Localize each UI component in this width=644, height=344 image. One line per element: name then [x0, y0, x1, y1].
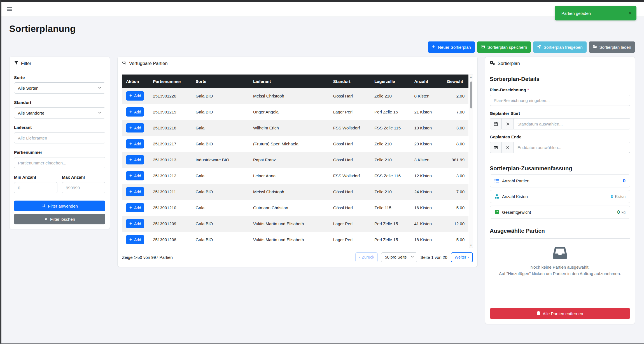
col-sorte: Sorte — [192, 75, 249, 88]
hamburger-icon[interactable] — [7, 7, 12, 11]
details-heading: Sortierplan-Details — [490, 76, 630, 82]
add-partie-button[interactable]: Add — [126, 219, 144, 228]
search-icon — [41, 203, 46, 208]
add-partie-button[interactable]: Add — [126, 187, 144, 196]
cell-lagerzelle: FSS Zelle 116 — [370, 168, 410, 184]
page-size-select[interactable]: 50 pro Seite — [381, 252, 417, 262]
cell-sorte: Gala BIO — [192, 88, 249, 104]
cell-lagerzelle: FSS Zelle 115 — [370, 120, 410, 136]
cell-sorte: Gala BIO — [192, 104, 249, 120]
calendar-icon[interactable] — [490, 118, 502, 129]
cell-lagerzelle: Perl Zelle 15 — [370, 216, 410, 232]
col-anzahl: Anzahl — [410, 75, 443, 88]
summary-heading: Sortierplan-Zusammenfassung — [490, 165, 630, 172]
selected-heading: Ausgewählte Partien — [490, 228, 630, 234]
search-icon — [122, 61, 127, 66]
add-partie-button[interactable]: Add — [126, 235, 144, 244]
weight-icon — [494, 210, 499, 215]
sorte-select[interactable]: Alle Sorten — [14, 82, 105, 94]
add-partie-button[interactable]: Add — [126, 171, 144, 180]
scroll-down-icon[interactable]: ▼ — [470, 244, 472, 247]
partienummer-input[interactable] — [18, 161, 101, 165]
sortierplan-speichern-button[interactable]: Sortierplan speichern — [477, 41, 531, 53]
filter-loeschen-button[interactable]: Filter löschen — [14, 214, 105, 224]
sortierplan-freigeben-button[interactable]: Sortierplan freigeben — [533, 41, 586, 53]
cell-anzahl: 12 Kisten — [410, 168, 443, 184]
required-asterisk: * — [527, 87, 529, 92]
sortierplan-panel: Sortierplan Sortierplan-Details Plan-Bez… — [485, 57, 635, 324]
max-anzahl-input[interactable] — [66, 185, 101, 190]
add-partie-button[interactable]: Add — [126, 123, 144, 133]
add-partie-button[interactable]: Add — [126, 91, 144, 101]
page-content: Sortierplanung Neuer Sortierplan Sortier… — [1, 17, 644, 324]
empty-text-line1: Noch keine Partien ausgewählt. — [490, 265, 630, 269]
gears-icon — [490, 61, 495, 66]
cell-sorte: Industrieware BIO — [192, 152, 249, 168]
zurueck-button[interactable]: ‹ Zurück — [355, 252, 378, 262]
cell-lagerzelle: Zelle 210 — [370, 88, 410, 104]
table-row: Add2513901212GalaLeiner AnnaFSS Wollsdor… — [122, 168, 468, 184]
cell-standort: Gössl Harl — [329, 136, 370, 152]
cell-standort: Lager Perl — [329, 216, 370, 232]
plus-icon — [129, 94, 132, 98]
add-partie-button[interactable]: Add — [126, 107, 144, 117]
plus-icon — [129, 142, 132, 146]
cell-lieferant: (Frutura) Sperl Michaela — [249, 136, 329, 152]
cell-lagerzelle: Zelle 210 — [370, 184, 410, 200]
filter-anwenden-button[interactable]: Filter anwenden — [14, 201, 105, 211]
scroll-up-icon[interactable]: ▲ — [470, 76, 472, 78]
close-icon[interactable]: × — [628, 10, 632, 16]
neuer-sortierplan-button[interactable]: Neuer Sortierplan — [428, 41, 475, 53]
empty-text-line2: Auf "Hinzufügen" klicken um Partien in d… — [490, 271, 630, 276]
lieferant-input[interactable] — [18, 136, 101, 140]
cell-partienummer: 2513901208 — [149, 232, 192, 248]
cell-anzahl: 10 Kisten — [410, 120, 443, 136]
cell-lagerzelle: Perl Zelle 15 — [370, 232, 410, 248]
startdatum-input[interactable] — [517, 122, 626, 126]
gesamtgewicht-value: 0 — [617, 210, 620, 215]
calendar-icon[interactable] — [490, 142, 502, 153]
sortierplan-laden-button[interactable]: Sortierplan laden — [589, 41, 635, 53]
plan-bezeichnung-input[interactable] — [494, 98, 626, 103]
col-standort: Standort — [329, 75, 370, 88]
folder-open-icon — [593, 45, 597, 50]
table-row: Add2513901218GalaWilhelm ErichFSS Wollsd… — [122, 120, 468, 136]
scrollbar-thumb[interactable] — [470, 82, 472, 108]
cell-partienummer: 2513901220 — [149, 88, 192, 104]
enddatum-input[interactable] — [517, 145, 626, 150]
alle-partien-entfernen-button[interactable]: Alle Partien entfernen — [490, 308, 630, 319]
cell-gewicht: 3.00 — [443, 168, 468, 184]
summary-anzahl-kisten: Anzahl Kisten 0 Kisten — [490, 190, 630, 203]
plus-icon — [432, 45, 436, 50]
inbox-icon — [552, 256, 568, 261]
cell-lagerzelle: Perl Zelle 15 — [370, 104, 410, 120]
cell-partienummer: 2513901211 — [149, 184, 192, 200]
cell-gewicht: 7.00 — [443, 104, 468, 120]
cell-partienummer: 2513901210 — [149, 200, 192, 216]
end-date-group — [490, 142, 630, 153]
standort-select[interactable]: Alle Standorte — [14, 107, 105, 118]
list-icon — [494, 178, 499, 183]
plus-icon — [129, 126, 132, 130]
x-icon[interactable] — [502, 142, 514, 153]
max-anzahl-label: Max Anzahl — [62, 175, 105, 180]
plus-icon — [129, 174, 132, 178]
min-anzahl-input[interactable] — [18, 185, 53, 190]
cell-standort: FSS Wollsdorf — [329, 120, 370, 136]
pagination-bar: Zeige 1-50 von 997 Partien ‹ Zurück 50 p… — [118, 248, 477, 267]
cell-sorte: Gala — [192, 168, 249, 184]
add-partie-button[interactable]: Add — [126, 139, 144, 148]
table-scrollbar[interactable]: ▲ ▼ — [469, 75, 473, 248]
add-partie-button[interactable]: Add — [126, 155, 144, 164]
cell-lieferant: Vukits Martin und Elisabeth — [249, 232, 329, 248]
cell-gewicht: 2.00 — [443, 88, 468, 104]
x-icon[interactable] — [502, 118, 514, 129]
cell-anzahl: 8 Kisten — [410, 88, 443, 104]
weiter-button[interactable]: Weiter › — [451, 252, 473, 262]
cell-lieferant: Meissl Christoph — [249, 184, 329, 200]
main-columns: Filter Sorte Alle Sorten Standort Alle S… — [9, 57, 635, 324]
add-partie-button[interactable]: Add — [126, 203, 144, 212]
chevron-left-icon: ‹ — [359, 255, 360, 259]
cell-anzahl: 41 Kisten — [410, 216, 443, 232]
app-root: Partien geladen × Sortierplanung Neuer S… — [0, 0, 644, 344]
